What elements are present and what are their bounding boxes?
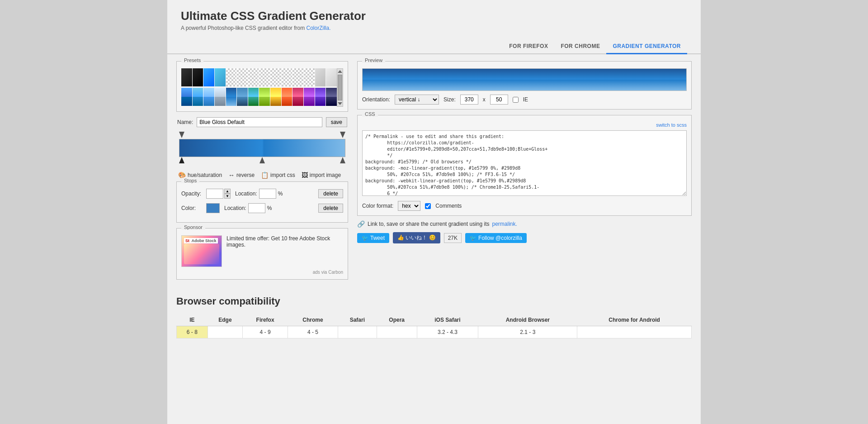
width-input[interactable] [460, 95, 478, 105]
preset-item[interactable] [270, 88, 281, 106]
preset-item[interactable] [215, 88, 226, 106]
opacity-value-box: ▲ ▼ [206, 189, 231, 199]
sponsor-image[interactable]: St Adobe Stock [181, 235, 222, 267]
presets-grid [181, 68, 337, 107]
browser-compat-section: Browser compatibility IE Edge Firefox Ch… [167, 286, 701, 343]
nav-item-chrome[interactable]: FOR CHROME [554, 39, 606, 53]
location2-prefix: Location: [224, 205, 246, 211]
location1-percent: % [278, 191, 283, 197]
scroll-up-arrow[interactable] [338, 70, 342, 73]
permalink-link[interactable]: permalink. [492, 221, 517, 227]
nav: FOR FIREFOX FOR CHROME GRADIENT GENERATO… [167, 36, 701, 54]
preset-item[interactable] [181, 88, 192, 106]
stop-marker-bottom-mid[interactable] [259, 157, 265, 163]
css-header: switch to scss [362, 122, 687, 128]
twitter-icon: 🐦 [362, 235, 368, 241]
comments-checkbox[interactable] [425, 203, 431, 209]
location2-percent: % [267, 205, 272, 211]
compat-cell-edge [208, 326, 243, 338]
size-label: Size: [443, 96, 456, 103]
import-image-tool[interactable]: 🖼 import image [302, 172, 341, 179]
stop-marker-top-right[interactable] [340, 132, 345, 138]
save-button[interactable]: save [326, 117, 347, 127]
opacity-step-up[interactable]: ▲ [224, 189, 231, 194]
import-css-tool[interactable]: 📋 import css [261, 172, 295, 179]
delete2-button[interactable]: delete [318, 204, 343, 213]
tweet-button[interactable]: 🐦 Tweet [357, 233, 389, 243]
presets-section: Presets [176, 61, 348, 112]
compat-cell-chrome: 4 - 5 [288, 326, 338, 338]
follow-button[interactable]: 🐦 Follow @colorzilla [465, 233, 527, 243]
preset-item[interactable] [326, 68, 337, 86]
preset-item[interactable] [292, 68, 303, 86]
orientation-select[interactable]: vertical ↓ horizontal → diagonal ↗ radia… [395, 95, 439, 105]
scroll-thumb[interactable] [338, 75, 342, 100]
import-css-label: import css [270, 172, 295, 178]
like-button[interactable]: 👍 いいね！ 😊 [393, 232, 440, 243]
preset-item[interactable] [282, 68, 292, 86]
gradient-stops-top [176, 132, 348, 139]
delete1-button[interactable]: delete [318, 189, 343, 198]
preset-item[interactable] [237, 88, 248, 106]
stop-marker-bottom-left[interactable] [179, 157, 184, 163]
preset-item[interactable] [203, 88, 214, 106]
name-input[interactable] [197, 117, 322, 127]
css-section: CSS switch to scss /* Permalink - use to… [357, 115, 692, 216]
ie-checkbox[interactable] [513, 97, 519, 103]
compat-header-chrome: Chrome [288, 314, 338, 326]
opacity-input[interactable] [206, 189, 223, 199]
colorzilla-link[interactable]: ColorZilla. [307, 25, 331, 31]
header: Ultimate CSS Gradient Generator A powerf… [167, 0, 701, 36]
scroll-down-arrow[interactable] [338, 102, 342, 105]
preset-item[interactable] [259, 88, 270, 106]
preset-item[interactable] [181, 68, 192, 86]
preset-item[interactable] [237, 68, 248, 86]
format-select[interactable]: hex rgb hsl [398, 201, 420, 211]
compat-header-edge: Edge [208, 314, 243, 326]
location2-input[interactable] [248, 203, 265, 213]
preset-item[interactable] [193, 68, 203, 86]
nav-item-gradient[interactable]: GRADIENT GENERATOR [606, 39, 687, 54]
opacity-step-down[interactable]: ▼ [224, 194, 231, 199]
comments-label: Comments [435, 203, 462, 209]
switch-to-scss-link[interactable]: switch to scss [656, 122, 687, 128]
preset-item[interactable] [215, 68, 226, 86]
color-label: Color: [181, 205, 202, 211]
preset-item[interactable] [203, 68, 214, 86]
preset-item[interactable] [226, 88, 237, 106]
height-input[interactable] [490, 95, 508, 105]
presets-label: Presets [181, 57, 203, 63]
import-image-icon: 🖼 [302, 172, 308, 179]
preset-item[interactable] [315, 88, 326, 106]
preset-item[interactable] [270, 68, 281, 86]
color-stop-row: Color: Location: % delete [181, 203, 343, 213]
preset-item[interactable] [259, 68, 270, 86]
preset-item[interactable] [226, 68, 237, 86]
color-swatch[interactable] [206, 203, 220, 213]
stop-marker-bottom-right[interactable] [340, 157, 345, 163]
preset-item[interactable] [193, 88, 203, 106]
preset-item[interactable] [248, 68, 259, 86]
presets-scrollbar[interactable] [337, 68, 343, 107]
format-row: Color format: hex rgb hsl Comments [362, 201, 687, 211]
stop-marker-top-left[interactable] [179, 132, 184, 138]
gradient-bar[interactable] [179, 139, 345, 157]
permalink-row: 🔗 Link to, save or share the current gra… [357, 220, 692, 228]
opacity-location: Opacity: Location: % [235, 189, 283, 199]
reverse-icon: ↔ [228, 172, 235, 179]
import-css-icon: 📋 [261, 172, 269, 179]
tools-row: 🎨 hue/saturation ↔ reverse 📋 import css … [176, 169, 348, 181]
location1-input[interactable] [259, 189, 276, 199]
preset-item[interactable] [304, 68, 315, 86]
hue-saturation-label: hue/saturation [188, 172, 222, 178]
preset-item[interactable] [315, 68, 326, 86]
preset-item[interactable] [304, 88, 315, 106]
left-panel: Presets [176, 61, 348, 280]
nav-item-firefox[interactable]: FOR FIREFOX [503, 39, 554, 53]
preset-item[interactable] [282, 88, 292, 106]
css-textarea[interactable]: /* Permalink - use to edit and share thi… [362, 130, 687, 196]
preset-item[interactable] [326, 88, 337, 106]
preset-item[interactable] [248, 88, 259, 106]
preset-item[interactable] [292, 88, 303, 106]
reverse-tool[interactable]: ↔ reverse [228, 172, 255, 179]
